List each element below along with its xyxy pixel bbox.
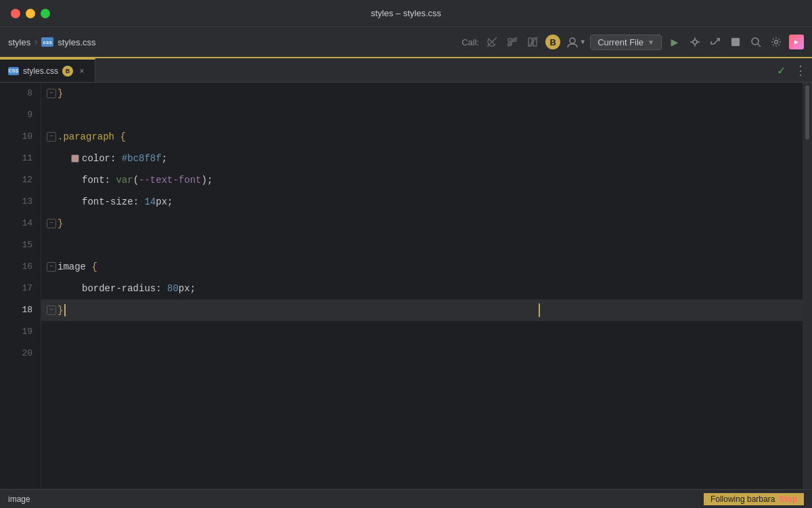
svg-rect-1 [508, 39, 512, 41]
line-num-9: 9 [0, 104, 32, 126]
brace-close-18: } [58, 299, 63, 321]
jetbrains-logo[interactable]: ▶ [789, 35, 804, 49]
svg-line-12 [758, 44, 761, 47]
brace-open-16: { [91, 256, 97, 278]
text-cursor [64, 304, 66, 316]
svg-point-8 [570, 38, 575, 43]
svg-line-7 [528, 37, 537, 47]
code-line-9 [41, 104, 803, 126]
svg-point-11 [752, 38, 759, 45]
tab-modified-badge: B [62, 66, 73, 77]
profile-chevron: ▼ [581, 39, 585, 46]
line-num-11: 11 [0, 148, 32, 169]
brace-open-10: { [120, 126, 125, 148]
value-color-hash: #bc8f8f [122, 148, 162, 169]
breadcrumb-project[interactable]: styles [8, 37, 30, 47]
status-follow-bar: Following barbara Stop [704, 493, 804, 505]
breadcrumb-arrow: › [35, 37, 37, 47]
call-icon-1[interactable] [484, 35, 499, 49]
debug-step-icon[interactable] [687, 35, 702, 49]
fold-icon-10[interactable]: − [47, 132, 56, 142]
tab-close-button[interactable]: × [77, 66, 87, 76]
selector-paragraph: .paragraph [58, 126, 114, 148]
breakpoint-badge[interactable]: B [545, 35, 560, 49]
status-bar: image Following barbara Stop [0, 489, 812, 508]
line-numbers: 8 9 10 11 12 13 14 15 16 17 18 19 20 [0, 83, 41, 489]
line-cursor-marker [539, 303, 540, 317]
close-button[interactable] [11, 9, 20, 18]
tab-bar: CSS styles.css B × ✓ ⋮ [0, 58, 812, 83]
code-line-20 [41, 343, 803, 364]
svg-rect-10 [731, 38, 740, 46]
tab-more-button[interactable]: ⋮ [794, 63, 807, 78]
value-var-name: --text-font [139, 169, 201, 191]
fold-icon-16[interactable]: − [47, 262, 56, 272]
settings-button[interactable] [769, 35, 784, 49]
debug-stop-icon[interactable] [728, 35, 743, 49]
search-button[interactable] [748, 35, 763, 49]
call-label: Call: [461, 37, 479, 47]
breadcrumb-filename[interactable]: styles.css [58, 37, 95, 47]
svg-point-9 [693, 40, 697, 44]
scrollbar[interactable] [803, 83, 812, 489]
window-title: styles – styles.css [371, 8, 441, 18]
minimize-button[interactable] [26, 9, 35, 18]
line-num-16: 16 [0, 256, 32, 278]
tab-filename: styles.css [23, 66, 58, 76]
color-swatch-bc8f8f[interactable] [71, 154, 79, 163]
property-color: color [82, 148, 110, 169]
tab-css-icon: CSS [8, 67, 19, 75]
svg-point-13 [775, 41, 778, 44]
fold-icon-18[interactable]: − [47, 305, 56, 315]
line-num-17: 17 [0, 278, 32, 299]
scrollbar-thumb[interactable] [805, 85, 809, 140]
line-num-15: 15 [0, 234, 32, 256]
brace-close-8: } [58, 83, 63, 104]
value-px: px [156, 191, 167, 213]
call-icon-3[interactable] [525, 35, 540, 49]
code-line-15 [41, 234, 803, 256]
code-line-13: font-size : 14 px ; [41, 191, 803, 213]
property-font-size: font-size [82, 191, 133, 213]
line-num-12: 12 [0, 169, 32, 191]
code-line-18: − } [41, 299, 803, 321]
value-80: 80 [167, 278, 179, 299]
run-button[interactable]: ▶ [667, 35, 682, 49]
editor-area: CSS styles.css B × ✓ ⋮ 8 9 10 11 12 13 1… [0, 58, 812, 489]
current-file-chevron: ▼ [648, 39, 654, 46]
line-num-10: 10 [0, 126, 32, 148]
code-line-19 [41, 321, 803, 343]
line-num-20: 20 [0, 343, 32, 364]
maximize-button[interactable] [41, 9, 50, 18]
brace-close-14: } [58, 213, 63, 234]
code-editor[interactable]: 8 9 10 11 12 13 14 15 16 17 18 19 20 − } [0, 83, 812, 489]
title-bar: styles – styles.css [0, 0, 812, 27]
current-file-dropdown[interactable]: Current File ▼ [590, 35, 662, 50]
breadcrumb: styles › css styles.css [8, 37, 96, 47]
code-content[interactable]: − } − .paragraph { color : #bc8f8f ; [41, 83, 803, 489]
status-stop-button[interactable]: Stop [779, 494, 797, 504]
line-num-8: 8 [0, 83, 32, 104]
traffic-lights [11, 9, 50, 18]
fold-icon-14[interactable]: − [47, 219, 56, 228]
code-line-14: − } [41, 213, 803, 234]
fold-icon-8[interactable]: − [47, 89, 56, 98]
profile-button[interactable]: ▼ [566, 36, 585, 48]
call-icon-2[interactable] [505, 35, 520, 49]
checkmark-area: ✓ [777, 63, 785, 78]
breadcrumb-css-icon: css [41, 37, 53, 47]
save-checkmark: ✓ [777, 64, 785, 78]
value-var-keyword: var [116, 169, 133, 191]
property-border-radius: border-radius [82, 278, 156, 299]
tab-styles-css[interactable]: CSS styles.css B × [0, 58, 95, 82]
property-font: font [82, 169, 105, 191]
line-num-14: 14 [0, 213, 32, 234]
value-px-2: px [179, 278, 190, 299]
selector-image: image [58, 256, 86, 278]
debug-return-icon[interactable] [708, 35, 723, 49]
line-num-19: 19 [0, 321, 32, 343]
line-num-13: 13 [0, 191, 32, 213]
line-num-18: 18 [0, 299, 32, 321]
current-file-label: Current File [597, 37, 644, 47]
status-context: image [8, 494, 30, 504]
